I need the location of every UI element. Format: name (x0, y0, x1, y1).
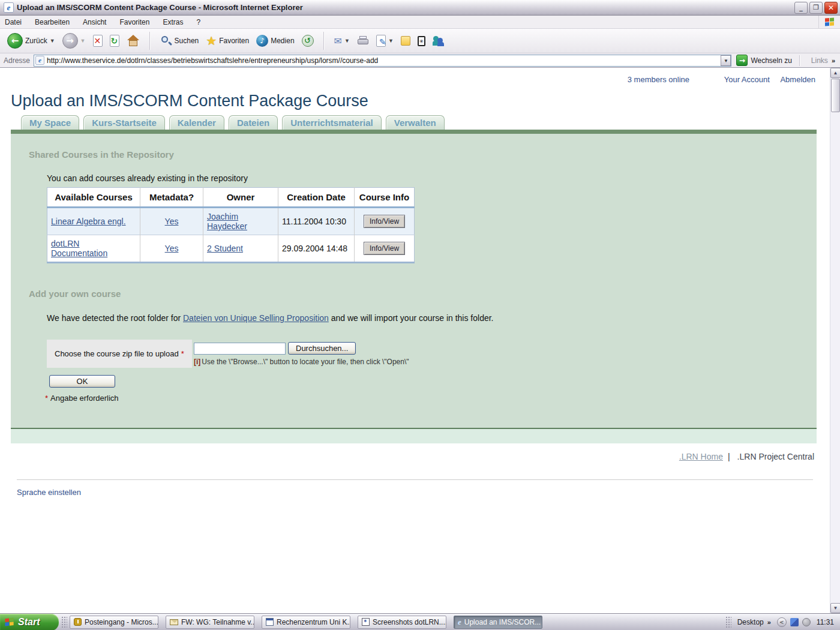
desktop-toolbar-label[interactable]: Desktop (737, 618, 764, 626)
media-icon: ♪ (256, 35, 268, 47)
root-folder-link[interactable]: Dateien von Unique Selling Proposition (183, 313, 329, 323)
tab-verwalten[interactable]: Verwalten (386, 115, 445, 130)
course-link[interactable]: dotLRN Documentation (51, 239, 107, 258)
print-button[interactable] (355, 35, 371, 47)
language-link[interactable]: Sprache einstellen (17, 488, 830, 497)
go-button[interactable]: → Wechseln zu (734, 55, 794, 66)
minimize-button[interactable]: _ (794, 2, 808, 14)
favorites-button[interactable]: ★ Favoriten (203, 32, 251, 49)
desktop-chevron-icon[interactable]: » (767, 619, 771, 626)
stop-button[interactable]: ✕ (91, 34, 105, 48)
browser-toolbar: ← Zurück ▼ → ▼ ✕ ↻ Suchen ★ Favoriten ♪ … (0, 29, 840, 53)
back-button[interactable]: ← Zurück ▼ (5, 32, 58, 50)
refresh-icon: ↻ (110, 35, 119, 47)
web-page: 3 members online Your Account Abmelden U… (0, 68, 830, 613)
ok-button[interactable]: OK (49, 375, 115, 388)
restore-button[interactable]: ❐ (809, 2, 823, 14)
required-asterisk: * (45, 394, 48, 403)
your-account-link[interactable]: Your Account (724, 75, 770, 84)
menu-ansicht[interactable]: Ansicht (83, 18, 106, 26)
table-header-row: Available Courses Metadata? Owner Creati… (47, 188, 415, 208)
msn-button[interactable] (430, 34, 447, 47)
footer-links: .LRN Home|.LRN Project Central (0, 443, 830, 461)
upload-form-row: Choose the course zip file to upload * D… (47, 340, 817, 368)
tab-kalender[interactable]: Kalender (169, 115, 224, 130)
tray-collapse-icon[interactable]: < (777, 617, 787, 627)
mail-dropdown-icon[interactable]: ▼ (344, 38, 350, 44)
menu-extras[interactable]: Extras (163, 18, 183, 26)
window-icon (266, 618, 274, 626)
vertical-scrollbar[interactable]: ▲ ▼ (830, 68, 840, 613)
lrn-home-link[interactable]: .LRN Home (679, 452, 723, 461)
edit-dropdown-icon[interactable]: ▼ (388, 38, 394, 44)
discuss-icon (401, 36, 410, 46)
taskbar-button-mail[interactable]: FW: WG: Teilnahme v... (166, 616, 254, 629)
browse-button[interactable]: Durchsuchen... (288, 342, 356, 355)
taskbar-button-outlook[interactable]: Posteingang - Micros... (70, 616, 158, 629)
mail-button[interactable]: ✉ ▼ (332, 34, 352, 48)
home-button[interactable] (124, 34, 142, 48)
scrollbar-thumb[interactable] (831, 79, 840, 112)
refresh-button[interactable]: ↻ (107, 34, 122, 48)
sentence-after: and we will import your course in this f… (329, 313, 494, 323)
col-header-available-courses: Available Courses (47, 188, 140, 208)
start-button[interactable]: Start (0, 614, 59, 630)
favorites-label: Favoriten (219, 37, 249, 45)
scroll-down-icon[interactable]: ▼ (830, 603, 840, 613)
links-label[interactable]: Links (811, 56, 828, 65)
taskbar-button-rechenzentrum[interactable]: Rechenzentrum Uni K... (262, 616, 350, 629)
media-button[interactable]: ♪ Medien (254, 34, 296, 48)
taskbar-button-screenshots[interactable]: Screenshots dotLRN.... (358, 616, 446, 629)
edit-button[interactable]: ✎ ▼ (374, 34, 396, 48)
search-button[interactable]: Suchen (158, 34, 202, 48)
windows-flag-throbber-icon (818, 16, 840, 28)
metadata-link[interactable]: Yes (165, 217, 179, 226)
address-input[interactable] (47, 56, 721, 65)
history-button[interactable]: ↺ (299, 34, 316, 48)
taskbar-grip[interactable] (61, 616, 67, 628)
required-note-text: Angabe erforderlich (50, 394, 118, 403)
owner-link[interactable]: Joachim Haydecker (207, 212, 247, 231)
upload-label-text: Choose the course zip file to upload (55, 349, 179, 358)
tray-update-icon[interactable] (802, 618, 811, 626)
address-dropdown-icon[interactable]: ▼ (721, 55, 731, 66)
forward-button[interactable]: → ▼ (60, 32, 88, 50)
course-link[interactable]: Linear Algebra engl. (51, 217, 126, 226)
back-dropdown-icon[interactable]: ▼ (50, 38, 55, 44)
utility-links-row: 3 members online Your Account Abmelden (0, 68, 830, 87)
menu-bearbeiten[interactable]: Bearbeiten (35, 18, 70, 26)
tray-grip[interactable] (725, 616, 731, 628)
browser-viewport: 3 members online Your Account Abmelden U… (0, 68, 840, 613)
info-prefix: [i] (194, 358, 200, 366)
metadata-link[interactable]: Yes (165, 244, 179, 253)
tab-dateien[interactable]: Dateien (229, 115, 278, 130)
info-view-button[interactable]: Info/View (364, 242, 405, 255)
forward-icon: → (62, 33, 78, 49)
tab-my-space[interactable]: My Space (21, 115, 79, 130)
media-label: Medien (271, 37, 294, 45)
go-arrow-icon: → (736, 55, 748, 66)
logout-link[interactable]: Abmelden (780, 75, 815, 84)
upload-help-text: [i]Use the \"Browse...\" button to locat… (194, 358, 409, 366)
menu-datei[interactable]: Datei (5, 18, 22, 26)
messenger-button[interactable]: ✳ (415, 35, 428, 47)
search-icon (160, 35, 172, 47)
back-icon: ← (7, 33, 23, 49)
print-icon (357, 36, 369, 46)
links-chevron-icon[interactable]: » (832, 57, 835, 64)
tab-unterrichtsmaterial[interactable]: Unterrichtsmaterial (282, 115, 382, 130)
menu-favoriten[interactable]: Favoriten (119, 18, 149, 26)
tab-kurs-startseite[interactable]: Kurs-Startseite (83, 115, 165, 130)
file-path-input[interactable] (194, 343, 286, 355)
taskbar-button-upload-active[interactable]: e Upload an IMS/SCOR... (454, 616, 542, 629)
members-online-text: 3 members online (628, 75, 689, 84)
discuss-button[interactable] (398, 35, 413, 47)
stop-icon: ✕ (93, 35, 103, 47)
menu-hilfe[interactable]: ? (196, 18, 200, 26)
address-input-box: e ▼ (34, 55, 731, 67)
scroll-up-icon[interactable]: ▲ (830, 68, 840, 78)
close-button[interactable]: ✕ (824, 2, 838, 14)
info-view-button[interactable]: Info/View (364, 215, 405, 228)
tray-network-icon[interactable] (790, 618, 799, 626)
owner-link[interactable]: 2 Student (207, 244, 243, 253)
